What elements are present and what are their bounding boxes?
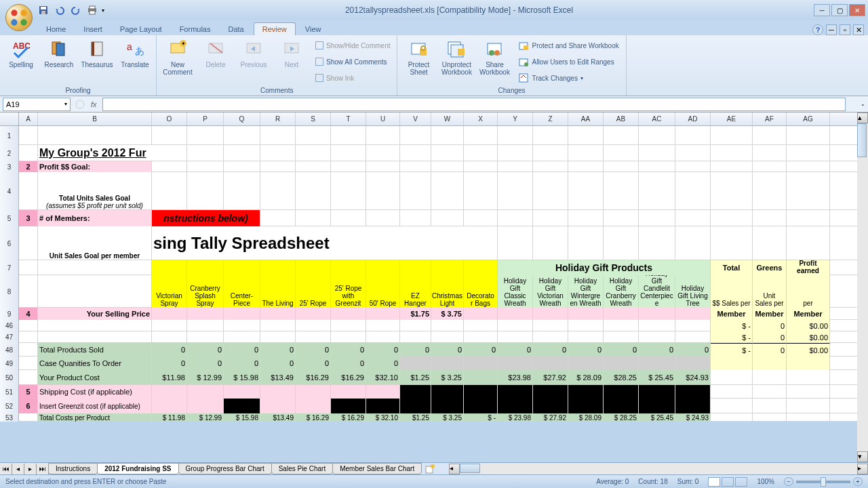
cell-Y5[interactable] (498, 210, 533, 226)
cell-AG6[interactable] (787, 226, 830, 260)
cell-T47[interactable] (331, 331, 366, 343)
row-header-51[interactable]: 51 (0, 385, 19, 399)
cell-AD49[interactable] (675, 357, 711, 370)
horizontal-scroll-thumb[interactable] (460, 464, 480, 473)
cell-P9[interactable] (187, 308, 224, 320)
cell-Y4[interactable] (498, 172, 533, 210)
cell-U50[interactable]: $32.10 (366, 370, 400, 385)
cell-AF52[interactable] (753, 399, 787, 413)
row-header-52[interactable]: 52 (0, 399, 19, 413)
scroll-right-button[interactable]: ▸ (857, 464, 868, 474)
cell-A6[interactable] (19, 226, 38, 260)
cell-U4[interactable] (366, 172, 400, 210)
cell-R4[interactable] (260, 172, 296, 210)
cell-AF7[interactable]: Greens (753, 260, 787, 275)
cell-W9[interactable]: $ 3.75 (431, 308, 464, 320)
cell-P48[interactable]: 0 (187, 343, 224, 357)
cell-Q50[interactable]: $ 15.98 (224, 370, 260, 385)
cell-AB48[interactable]: 0 (604, 343, 639, 357)
cell-AD5[interactable] (675, 210, 711, 226)
cell-AF3[interactable] (753, 161, 787, 172)
cell-AB1[interactable] (604, 126, 639, 145)
cell-Z48[interactable]: 0 (533, 343, 568, 357)
cell-AF53[interactable] (753, 413, 787, 422)
column-header-AD[interactable]: AD (675, 113, 711, 125)
cell-W4[interactable] (431, 172, 464, 210)
column-header-P[interactable]: P (187, 113, 224, 125)
column-header-AE[interactable]: AE (711, 113, 753, 125)
cell-AC4[interactable] (639, 172, 675, 210)
cell-U3[interactable] (366, 161, 400, 172)
cell-V8[interactable]: EZ Hanger (400, 275, 431, 308)
column-header-R[interactable]: R (260, 113, 296, 125)
next-sheet-button[interactable]: ▸ (24, 464, 37, 474)
cell-S1[interactable] (296, 126, 331, 145)
cell-R47[interactable] (260, 331, 296, 343)
cell-Y3[interactable] (498, 161, 533, 172)
tab-page-layout[interactable]: Page Layout (112, 23, 170, 35)
cell-A48[interactable] (19, 343, 38, 357)
cell-R52[interactable] (260, 399, 296, 413)
column-header-Q[interactable]: Q (224, 113, 260, 125)
cell-AA51[interactable] (568, 385, 604, 399)
cell-AB46[interactable] (604, 320, 639, 331)
cell-AB4[interactable] (604, 172, 639, 210)
cell-B4[interactable]: Total Units Sales Goal(assumes $5 profit… (38, 172, 152, 210)
cell-V1[interactable] (400, 126, 431, 145)
cell-AD52[interactable] (675, 399, 711, 413)
page-break-view-button[interactable] (735, 477, 747, 487)
cell-P53[interactable]: $ 12.99 (187, 413, 224, 422)
cell-Q46[interactable] (224, 320, 260, 331)
cell-S2[interactable] (296, 145, 331, 161)
cell-AE9[interactable]: Member (711, 308, 753, 320)
cell-R1[interactable] (260, 126, 296, 145)
cell-T3[interactable] (331, 161, 366, 172)
cell-Q7[interactable] (224, 260, 260, 275)
cell-Q2[interactable] (224, 145, 260, 161)
cell-AC8[interactable]: Holiday Gift Candlelit Centerpiec e (639, 275, 675, 308)
cell-Y2[interactable] (498, 145, 533, 161)
cell-AF46[interactable]: 0 (753, 320, 787, 331)
redo-button[interactable] (69, 3, 83, 17)
cell-AF4[interactable] (753, 172, 787, 210)
office-button[interactable] (5, 4, 33, 31)
cell-O50[interactable]: $11.98 (152, 370, 187, 385)
cell-AF47[interactable]: 0 (753, 331, 787, 343)
cell-A5[interactable]: 3 (19, 210, 38, 226)
show-hide-comment-button[interactable]: Show/Hide Comment (313, 38, 393, 53)
new-comment-button[interactable]: ✦New Comment (161, 38, 195, 76)
cell-AA1[interactable] (568, 126, 604, 145)
cell-S47[interactable] (296, 331, 331, 343)
print-button[interactable] (85, 3, 99, 17)
cell-AE53[interactable] (711, 413, 753, 422)
cell-AG53[interactable] (787, 413, 830, 422)
formula-input[interactable] (102, 98, 846, 111)
cell-O47[interactable] (152, 331, 187, 343)
cell-Y9[interactable] (498, 308, 533, 320)
cell-A52[interactable]: 6 (19, 399, 38, 413)
cell-AA2[interactable] (568, 145, 604, 161)
cell-AC53[interactable]: $ 25.45 (639, 413, 675, 422)
name-box[interactable]: A19▾ (3, 98, 71, 111)
next-comment-button[interactable]: Next (275, 38, 309, 68)
cell-O8[interactable]: Victorian Spray (152, 275, 187, 308)
cell-AB53[interactable]: $ 28.25 (604, 413, 639, 422)
tab-review[interactable]: Review (254, 22, 296, 35)
first-sheet-button[interactable]: ⏮ (0, 464, 12, 474)
column-header-T[interactable]: T (331, 113, 366, 125)
vertical-scroll-thumb[interactable] (857, 123, 867, 157)
cell-AA6[interactable] (568, 226, 604, 260)
cell-Z9[interactable] (533, 308, 568, 320)
cell-Q47[interactable] (224, 331, 260, 343)
cell-V5[interactable] (400, 210, 431, 226)
cell-AF6[interactable] (753, 226, 787, 260)
sheet-tab-member-sales-bar-chart[interactable]: Member Sales Bar Chart (332, 463, 422, 474)
cell-R49[interactable]: 0 (260, 357, 296, 370)
cell-AC1[interactable] (639, 126, 675, 145)
cell-S3[interactable] (296, 161, 331, 172)
cell-O1[interactable] (152, 126, 187, 145)
cell-B52[interactable]: Insert Greenzit cost (if applicable) (38, 399, 152, 413)
cell-Z47[interactable] (533, 331, 568, 343)
cell-Z50[interactable]: $27.92 (533, 370, 568, 385)
cell-AD4[interactable] (675, 172, 711, 210)
